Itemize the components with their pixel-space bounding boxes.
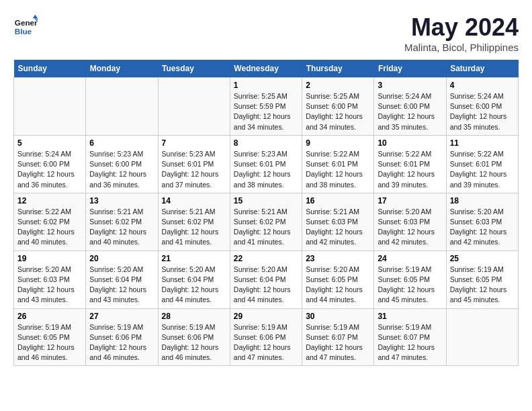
calendar-cell: 11Sunrise: 5:22 AMSunset: 6:01 PMDayligh… — [446, 135, 518, 193]
calendar-cell: 26Sunrise: 5:19 AMSunset: 6:05 PMDayligh… — [14, 308, 86, 366]
day-number: 13 — [89, 196, 154, 205]
day-number: 9 — [306, 138, 370, 148]
day-info: Sunrise: 5:24 AMSunset: 6:00 PMDaylight:… — [17, 149, 82, 190]
day-info: Sunrise: 5:19 AMSunset: 6:06 PMDaylight:… — [89, 322, 154, 363]
day-number: 20 — [89, 254, 154, 263]
calendar-cell: 3Sunrise: 5:24 AMSunset: 6:00 PMDaylight… — [374, 78, 446, 136]
day-info: Sunrise: 5:24 AMSunset: 6:00 PMDaylight:… — [450, 91, 515, 132]
calendar-cell: 17Sunrise: 5:20 AMSunset: 6:03 PMDayligh… — [374, 193, 446, 250]
day-info: Sunrise: 5:19 AMSunset: 6:05 PMDaylight:… — [450, 265, 515, 306]
day-info: Sunrise: 5:25 AMSunset: 6:00 PMDaylight:… — [306, 91, 370, 132]
day-number: 17 — [378, 196, 442, 205]
day-number: 3 — [378, 81, 442, 90]
day-number: 15 — [234, 196, 298, 205]
day-info: Sunrise: 5:19 AMSunset: 6:07 PMDaylight:… — [378, 322, 442, 363]
page-header: General Blue May 2024 Malinta, Bicol, Ph… — [13, 13, 519, 53]
day-info: Sunrise: 5:20 AMSunset: 6:05 PMDaylight:… — [306, 265, 370, 306]
calendar-cell: 12Sunrise: 5:22 AMSunset: 6:02 PMDayligh… — [14, 193, 86, 250]
day-number: 27 — [89, 312, 154, 321]
day-info: Sunrise: 5:20 AMSunset: 6:04 PMDaylight:… — [89, 265, 154, 306]
day-info: Sunrise: 5:22 AMSunset: 6:01 PMDaylight:… — [306, 149, 370, 190]
calendar-cell: 29Sunrise: 5:19 AMSunset: 6:06 PMDayligh… — [230, 308, 302, 366]
calendar-cell: 13Sunrise: 5:21 AMSunset: 6:02 PMDayligh… — [86, 193, 158, 250]
day-info: Sunrise: 5:20 AMSunset: 6:03 PMDaylight:… — [17, 265, 82, 306]
calendar-cell: 8Sunrise: 5:23 AMSunset: 6:01 PMDaylight… — [230, 135, 302, 193]
column-header-wednesday: Wednesday — [230, 60, 302, 78]
day-info: Sunrise: 5:23 AMSunset: 6:01 PMDaylight:… — [234, 149, 298, 190]
day-info: Sunrise: 5:21 AMSunset: 6:02 PMDaylight:… — [89, 207, 154, 248]
svg-text:Blue: Blue — [15, 27, 32, 36]
day-info: Sunrise: 5:23 AMSunset: 6:00 PMDaylight:… — [89, 149, 154, 190]
calendar-cell: 21Sunrise: 5:20 AMSunset: 6:04 PMDayligh… — [158, 250, 230, 308]
day-number: 31 — [378, 312, 442, 321]
calendar-cell — [14, 78, 86, 136]
day-number: 22 — [234, 254, 298, 263]
column-header-sunday: Sunday — [14, 60, 86, 78]
calendar-cell: 16Sunrise: 5:21 AMSunset: 6:03 PMDayligh… — [302, 193, 374, 250]
day-number: 6 — [89, 138, 154, 148]
day-info: Sunrise: 5:20 AMSunset: 6:03 PMDaylight:… — [378, 207, 442, 248]
calendar-cell: 7Sunrise: 5:23 AMSunset: 6:01 PMDaylight… — [158, 135, 230, 193]
calendar-cell: 22Sunrise: 5:20 AMSunset: 6:04 PMDayligh… — [230, 250, 302, 308]
calendar-cell: 31Sunrise: 5:19 AMSunset: 6:07 PMDayligh… — [374, 308, 446, 366]
calendar-week-5: 26Sunrise: 5:19 AMSunset: 6:05 PMDayligh… — [14, 308, 519, 366]
calendar-cell: 30Sunrise: 5:19 AMSunset: 6:07 PMDayligh… — [302, 308, 374, 366]
day-info: Sunrise: 5:19 AMSunset: 6:07 PMDaylight:… — [306, 322, 370, 363]
calendar-cell — [446, 308, 518, 366]
logo-icon: General Blue — [13, 13, 38, 38]
day-number: 25 — [450, 254, 515, 263]
calendar-cell: 25Sunrise: 5:19 AMSunset: 6:05 PMDayligh… — [446, 250, 518, 308]
calendar-cell: 2Sunrise: 5:25 AMSunset: 6:00 PMDaylight… — [302, 78, 374, 136]
calendar-cell: 24Sunrise: 5:19 AMSunset: 6:05 PMDayligh… — [374, 250, 446, 308]
day-info: Sunrise: 5:22 AMSunset: 6:01 PMDaylight:… — [450, 149, 515, 190]
day-number: 28 — [162, 312, 226, 321]
location: Malinta, Bicol, Philippines — [404, 42, 519, 53]
column-header-saturday: Saturday — [446, 60, 518, 78]
day-number: 7 — [162, 138, 226, 148]
day-info: Sunrise: 5:19 AMSunset: 6:06 PMDaylight:… — [234, 322, 298, 363]
day-number: 1 — [234, 81, 298, 90]
day-number: 10 — [378, 138, 442, 148]
day-info: Sunrise: 5:23 AMSunset: 6:01 PMDaylight:… — [162, 149, 226, 190]
svg-marker-2 — [33, 15, 38, 18]
calendar-cell: 20Sunrise: 5:20 AMSunset: 6:04 PMDayligh… — [86, 250, 158, 308]
day-info: Sunrise: 5:21 AMSunset: 6:03 PMDaylight:… — [306, 207, 370, 248]
calendar-cell: 19Sunrise: 5:20 AMSunset: 6:03 PMDayligh… — [14, 250, 86, 308]
calendar-header-row: SundayMondayTuesdayWednesdayThursdayFrid… — [14, 60, 519, 78]
day-number: 24 — [378, 254, 442, 263]
day-info: Sunrise: 5:20 AMSunset: 6:03 PMDaylight:… — [450, 207, 515, 248]
day-number: 4 — [450, 81, 515, 90]
day-number: 30 — [306, 312, 370, 321]
svg-text:General: General — [15, 18, 38, 27]
column-header-tuesday: Tuesday — [158, 60, 230, 78]
day-info: Sunrise: 5:19 AMSunset: 6:05 PMDaylight:… — [17, 322, 82, 363]
calendar-body: 1Sunrise: 5:25 AMSunset: 5:59 PMDaylight… — [14, 78, 519, 366]
month-title: May 2024 — [404, 13, 519, 42]
calendar-week-1: 1Sunrise: 5:25 AMSunset: 5:59 PMDaylight… — [14, 78, 519, 136]
calendar-cell: 18Sunrise: 5:20 AMSunset: 6:03 PMDayligh… — [446, 193, 518, 250]
calendar-cell: 28Sunrise: 5:19 AMSunset: 6:06 PMDayligh… — [158, 308, 230, 366]
day-number: 16 — [306, 196, 370, 205]
calendar-cell: 9Sunrise: 5:22 AMSunset: 6:01 PMDaylight… — [302, 135, 374, 193]
day-number: 12 — [17, 196, 82, 205]
calendar-cell — [86, 78, 158, 136]
day-number: 21 — [162, 254, 226, 263]
calendar-cell: 15Sunrise: 5:21 AMSunset: 6:02 PMDayligh… — [230, 193, 302, 250]
calendar-cell: 4Sunrise: 5:24 AMSunset: 6:00 PMDaylight… — [446, 78, 518, 136]
calendar-cell: 5Sunrise: 5:24 AMSunset: 6:00 PMDaylight… — [14, 135, 86, 193]
day-number: 5 — [17, 138, 82, 148]
day-info: Sunrise: 5:25 AMSunset: 5:59 PMDaylight:… — [234, 91, 298, 132]
day-number: 11 — [450, 138, 515, 148]
calendar-cell: 10Sunrise: 5:22 AMSunset: 6:01 PMDayligh… — [374, 135, 446, 193]
calendar-cell: 23Sunrise: 5:20 AMSunset: 6:05 PMDayligh… — [302, 250, 374, 308]
calendar-cell: 6Sunrise: 5:23 AMSunset: 6:00 PMDaylight… — [86, 135, 158, 193]
day-number: 18 — [450, 196, 515, 205]
day-number: 19 — [17, 254, 82, 263]
day-number: 8 — [234, 138, 298, 148]
calendar-cell: 27Sunrise: 5:19 AMSunset: 6:06 PMDayligh… — [86, 308, 158, 366]
calendar-week-2: 5Sunrise: 5:24 AMSunset: 6:00 PMDaylight… — [14, 135, 519, 193]
calendar-week-3: 12Sunrise: 5:22 AMSunset: 6:02 PMDayligh… — [14, 193, 519, 250]
day-info: Sunrise: 5:19 AMSunset: 6:06 PMDaylight:… — [162, 322, 226, 363]
day-info: Sunrise: 5:22 AMSunset: 6:02 PMDaylight:… — [17, 207, 82, 248]
day-info: Sunrise: 5:22 AMSunset: 6:01 PMDaylight:… — [378, 149, 442, 190]
